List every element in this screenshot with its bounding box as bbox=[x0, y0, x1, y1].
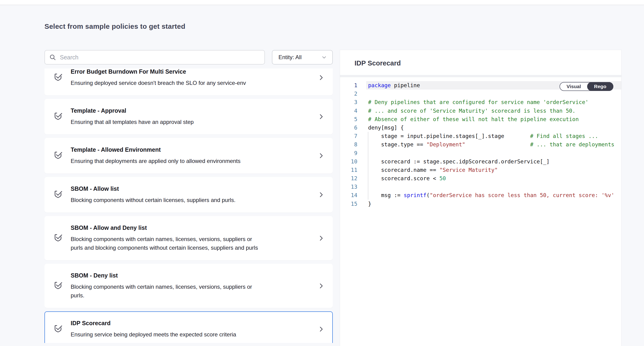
preview-header: IDP Scorecard bbox=[340, 50, 621, 75]
policy-card-text: SBOM - Deny list Blocking components wit… bbox=[71, 272, 318, 300]
line-number: 8 bbox=[340, 140, 357, 149]
policy-card[interactable]: SBOM - Allow and Deny list Blocking comp… bbox=[44, 216, 333, 260]
chevron-right-icon[interactable] bbox=[318, 235, 324, 242]
code-line[interactable]: 4# ... and score of 'Service Maturity' s… bbox=[340, 107, 621, 115]
chevron-right-icon[interactable] bbox=[318, 326, 324, 333]
shield-check-icon bbox=[53, 280, 63, 292]
policy-title: SBOM - Allow and Deny list bbox=[71, 224, 318, 231]
line-number: 3 bbox=[340, 98, 357, 106]
search-box[interactable] bbox=[44, 50, 265, 64]
policy-card[interactable]: SBOM - Allow list Blocking components wi… bbox=[44, 177, 333, 213]
policy-title: SBOM - Allow list bbox=[71, 185, 318, 192]
policy-description: Ensuring deployed service doesn't breach… bbox=[71, 78, 262, 87]
search-input[interactable] bbox=[60, 54, 260, 61]
policy-card-text: Template - Approval Ensuring that all te… bbox=[71, 107, 318, 126]
code-line[interactable]: 9 bbox=[340, 149, 621, 157]
policy-card-text: Template - Allowed Environment Ensuring … bbox=[71, 146, 318, 165]
line-number: 11 bbox=[340, 166, 357, 174]
policy-card-text: SBOM - Allow and Deny list Blocking comp… bbox=[71, 224, 318, 252]
policy-card[interactable]: Error Budget Burndown For Multi Service … bbox=[44, 68, 333, 95]
policy-card[interactable]: Template - Allowed Environment Ensuring … bbox=[44, 138, 333, 173]
chevron-right-icon[interactable] bbox=[318, 191, 324, 199]
toggle-visual[interactable]: Visual bbox=[560, 82, 588, 91]
policy-card[interactable]: Template - Approval Ensuring that all te… bbox=[44, 99, 333, 134]
policy-card-text: SBOM - Allow list Blocking components wi… bbox=[71, 185, 318, 204]
top-bar bbox=[0, 0, 644, 5]
line-number: 15 bbox=[340, 200, 357, 208]
search-icon bbox=[49, 54, 56, 61]
policy-description: Ensuring service being deployed meets th… bbox=[71, 330, 262, 339]
policy-description: Ensuring that deployments are applied on… bbox=[71, 157, 262, 165]
line-number: 7 bbox=[340, 132, 357, 140]
shield-check-icon bbox=[53, 189, 63, 200]
policy-list: Error Budget Burndown For Multi Service … bbox=[44, 68, 333, 343]
toggle-rego[interactable]: Rego bbox=[587, 82, 614, 91]
preview-title: IDP Scorecard bbox=[354, 59, 621, 67]
preview-panel: IDP Scorecard Visual Rego 1package pipel… bbox=[340, 50, 622, 346]
code-line[interactable]: 15} bbox=[340, 200, 621, 208]
policy-description: Blocking components with certain names, … bbox=[71, 282, 262, 300]
code-line[interactable]: 6deny[msg] { bbox=[340, 123, 621, 132]
line-number: 9 bbox=[340, 149, 357, 157]
code-line[interactable]: 11 scorecard.name == "Service Maturity" bbox=[340, 166, 621, 174]
shield-check-icon bbox=[53, 233, 63, 244]
entity-filter-dropdown[interactable]: Entity: All bbox=[272, 50, 333, 64]
code-line[interactable]: 12 scorecard.score < 50 bbox=[340, 174, 621, 183]
policy-title: SBOM - Deny list bbox=[71, 272, 318, 279]
chevron-right-icon[interactable] bbox=[318, 113, 324, 120]
code-editor[interactable]: 1package pipeline23# Deny pipelines that… bbox=[340, 77, 621, 208]
line-number: 1 bbox=[340, 81, 357, 89]
chevron-right-icon[interactable] bbox=[318, 74, 324, 81]
policy-title: Template - Approval bbox=[71, 107, 318, 114]
policy-card-text: IDP Scorecard Ensuring service being dep… bbox=[71, 320, 318, 339]
policy-title: IDP Scorecard bbox=[71, 320, 318, 327]
shield-check-icon bbox=[53, 324, 63, 335]
code-line[interactable]: 7 stage = input.pipeline.stages[_].stage… bbox=[340, 132, 621, 140]
shield-check-icon bbox=[53, 150, 63, 161]
policy-card[interactable]: IDP Scorecard Ensuring service being dep… bbox=[44, 311, 333, 343]
policy-description: Blocking components with certain names, … bbox=[71, 235, 262, 252]
code-line[interactable]: 8 stage.type == "Deployment" # ... that … bbox=[340, 140, 621, 149]
line-number: 12 bbox=[340, 174, 357, 183]
code-line[interactable]: 13 bbox=[340, 183, 621, 191]
shield-check-icon bbox=[53, 72, 63, 83]
chevron-right-icon[interactable] bbox=[318, 152, 324, 159]
entity-filter-label: Entity: All bbox=[278, 54, 321, 60]
page-title: Select from sample policies to get start… bbox=[44, 22, 185, 30]
code-line[interactable]: 10 scorecard := stage.spec.idpScorecard.… bbox=[340, 157, 621, 166]
line-number: 10 bbox=[340, 157, 357, 166]
line-number: 5 bbox=[340, 115, 357, 123]
code-line[interactable]: 14 msg := sprintf("orderService has scor… bbox=[340, 191, 621, 199]
chevron-right-icon[interactable] bbox=[318, 282, 324, 290]
line-number: 6 bbox=[340, 123, 357, 132]
policy-description: Blocking components without certain lice… bbox=[71, 196, 262, 204]
line-number: 2 bbox=[340, 89, 357, 98]
shield-check-icon bbox=[53, 111, 63, 122]
policy-card[interactable]: SBOM - Deny list Blocking components wit… bbox=[44, 264, 333, 308]
line-number: 4 bbox=[340, 107, 357, 115]
preview-header-divider bbox=[340, 75, 621, 77]
view-toggle[interactable]: Visual Rego bbox=[560, 82, 613, 91]
chevron-down-icon bbox=[321, 54, 327, 60]
policy-title: Error Budget Burndown For Multi Service bbox=[71, 68, 318, 75]
line-number: 14 bbox=[340, 191, 357, 199]
line-number: 13 bbox=[340, 183, 357, 191]
code-line[interactable]: 5# Absence of either of these will not h… bbox=[340, 115, 621, 123]
code-line[interactable]: 3# Deny pipelines that are configured fo… bbox=[340, 98, 621, 106]
policy-card-text: Error Budget Burndown For Multi Service … bbox=[71, 68, 318, 87]
controls-row: Entity: All bbox=[44, 50, 333, 64]
policy-title: Template - Allowed Environment bbox=[71, 146, 318, 153]
policy-description: Ensuring that all templates have an appr… bbox=[71, 118, 262, 126]
